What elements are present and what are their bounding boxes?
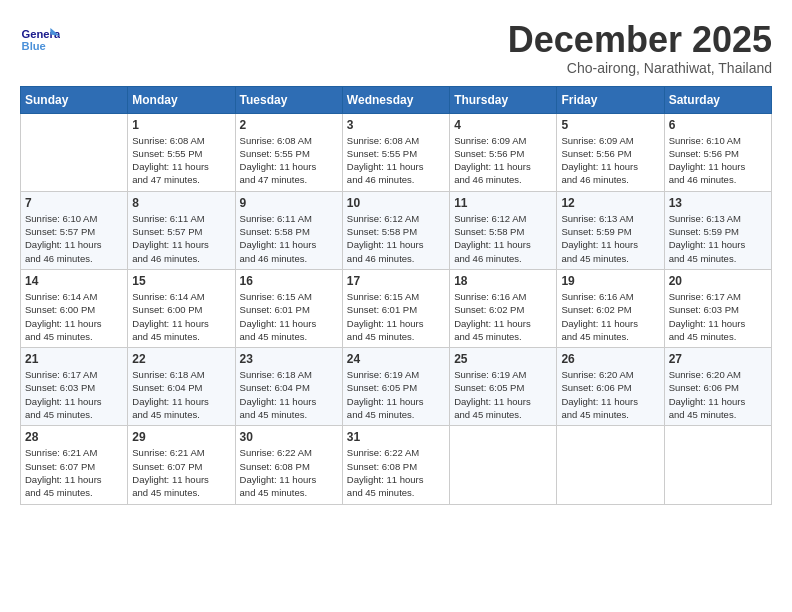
calendar-cell: 16Sunrise: 6:15 AM Sunset: 6:01 PM Dayli… xyxy=(235,269,342,347)
calendar-cell: 25Sunrise: 6:19 AM Sunset: 6:05 PM Dayli… xyxy=(450,348,557,426)
day-info: Sunrise: 6:08 AM Sunset: 5:55 PM Dayligh… xyxy=(132,134,230,187)
calendar-cell: 7Sunrise: 6:10 AM Sunset: 5:57 PM Daylig… xyxy=(21,191,128,269)
day-info: Sunrise: 6:08 AM Sunset: 5:55 PM Dayligh… xyxy=(347,134,445,187)
calendar-cell: 17Sunrise: 6:15 AM Sunset: 6:01 PM Dayli… xyxy=(342,269,449,347)
day-number: 1 xyxy=(132,118,230,132)
calendar-cell xyxy=(664,426,771,504)
day-info: Sunrise: 6:13 AM Sunset: 5:59 PM Dayligh… xyxy=(669,212,767,265)
weekday-header-monday: Monday xyxy=(128,86,235,113)
calendar-cell: 12Sunrise: 6:13 AM Sunset: 5:59 PM Dayli… xyxy=(557,191,664,269)
calendar-cell: 8Sunrise: 6:11 AM Sunset: 5:57 PM Daylig… xyxy=(128,191,235,269)
calendar-cell: 1Sunrise: 6:08 AM Sunset: 5:55 PM Daylig… xyxy=(128,113,235,191)
calendar-cell: 9Sunrise: 6:11 AM Sunset: 5:58 PM Daylig… xyxy=(235,191,342,269)
day-info: Sunrise: 6:10 AM Sunset: 5:57 PM Dayligh… xyxy=(25,212,123,265)
day-info: Sunrise: 6:14 AM Sunset: 6:00 PM Dayligh… xyxy=(25,290,123,343)
day-number: 31 xyxy=(347,430,445,444)
day-info: Sunrise: 6:19 AM Sunset: 6:05 PM Dayligh… xyxy=(347,368,445,421)
day-number: 6 xyxy=(669,118,767,132)
day-number: 13 xyxy=(669,196,767,210)
day-info: Sunrise: 6:12 AM Sunset: 5:58 PM Dayligh… xyxy=(454,212,552,265)
day-number: 14 xyxy=(25,274,123,288)
day-info: Sunrise: 6:11 AM Sunset: 5:58 PM Dayligh… xyxy=(240,212,338,265)
day-number: 20 xyxy=(669,274,767,288)
calendar-week-1: 1Sunrise: 6:08 AM Sunset: 5:55 PM Daylig… xyxy=(21,113,772,191)
calendar-cell: 6Sunrise: 6:10 AM Sunset: 5:56 PM Daylig… xyxy=(664,113,771,191)
calendar-cell: 2Sunrise: 6:08 AM Sunset: 5:55 PM Daylig… xyxy=(235,113,342,191)
calendar-cell: 11Sunrise: 6:12 AM Sunset: 5:58 PM Dayli… xyxy=(450,191,557,269)
day-info: Sunrise: 6:18 AM Sunset: 6:04 PM Dayligh… xyxy=(132,368,230,421)
day-info: Sunrise: 6:20 AM Sunset: 6:06 PM Dayligh… xyxy=(669,368,767,421)
day-info: Sunrise: 6:22 AM Sunset: 6:08 PM Dayligh… xyxy=(347,446,445,499)
calendar-cell: 3Sunrise: 6:08 AM Sunset: 5:55 PM Daylig… xyxy=(342,113,449,191)
calendar-cell: 30Sunrise: 6:22 AM Sunset: 6:08 PM Dayli… xyxy=(235,426,342,504)
calendar-cell xyxy=(557,426,664,504)
day-info: Sunrise: 6:17 AM Sunset: 6:03 PM Dayligh… xyxy=(669,290,767,343)
day-number: 4 xyxy=(454,118,552,132)
calendar-cell: 28Sunrise: 6:21 AM Sunset: 6:07 PM Dayli… xyxy=(21,426,128,504)
day-info: Sunrise: 6:14 AM Sunset: 6:00 PM Dayligh… xyxy=(132,290,230,343)
month-title: December 2025 xyxy=(508,20,772,60)
calendar-cell: 22Sunrise: 6:18 AM Sunset: 6:04 PM Dayli… xyxy=(128,348,235,426)
weekday-header-sunday: Sunday xyxy=(21,86,128,113)
day-number: 27 xyxy=(669,352,767,366)
location-subtitle: Cho-airong, Narathiwat, Thailand xyxy=(508,60,772,76)
calendar-table: SundayMondayTuesdayWednesdayThursdayFrid… xyxy=(20,86,772,505)
calendar-cell xyxy=(21,113,128,191)
weekday-header-saturday: Saturday xyxy=(664,86,771,113)
day-number: 28 xyxy=(25,430,123,444)
calendar-cell: 4Sunrise: 6:09 AM Sunset: 5:56 PM Daylig… xyxy=(450,113,557,191)
day-number: 5 xyxy=(561,118,659,132)
calendar-cell: 10Sunrise: 6:12 AM Sunset: 5:58 PM Dayli… xyxy=(342,191,449,269)
day-info: Sunrise: 6:11 AM Sunset: 5:57 PM Dayligh… xyxy=(132,212,230,265)
day-info: Sunrise: 6:19 AM Sunset: 6:05 PM Dayligh… xyxy=(454,368,552,421)
logo-icon: General Blue xyxy=(20,20,60,60)
day-number: 16 xyxy=(240,274,338,288)
weekday-header-row: SundayMondayTuesdayWednesdayThursdayFrid… xyxy=(21,86,772,113)
day-number: 12 xyxy=(561,196,659,210)
calendar-week-5: 28Sunrise: 6:21 AM Sunset: 6:07 PM Dayli… xyxy=(21,426,772,504)
weekday-header-friday: Friday xyxy=(557,86,664,113)
day-number: 26 xyxy=(561,352,659,366)
day-info: Sunrise: 6:09 AM Sunset: 5:56 PM Dayligh… xyxy=(561,134,659,187)
day-number: 19 xyxy=(561,274,659,288)
day-info: Sunrise: 6:21 AM Sunset: 6:07 PM Dayligh… xyxy=(25,446,123,499)
calendar-cell: 14Sunrise: 6:14 AM Sunset: 6:00 PM Dayli… xyxy=(21,269,128,347)
weekday-header-wednesday: Wednesday xyxy=(342,86,449,113)
calendar-cell: 13Sunrise: 6:13 AM Sunset: 5:59 PM Dayli… xyxy=(664,191,771,269)
calendar-week-2: 7Sunrise: 6:10 AM Sunset: 5:57 PM Daylig… xyxy=(21,191,772,269)
title-block: December 2025 Cho-airong, Narathiwat, Th… xyxy=(508,20,772,76)
day-number: 15 xyxy=(132,274,230,288)
calendar-cell: 15Sunrise: 6:14 AM Sunset: 6:00 PM Dayli… xyxy=(128,269,235,347)
day-info: Sunrise: 6:16 AM Sunset: 6:02 PM Dayligh… xyxy=(561,290,659,343)
svg-text:Blue: Blue xyxy=(22,40,46,52)
day-info: Sunrise: 6:20 AM Sunset: 6:06 PM Dayligh… xyxy=(561,368,659,421)
day-number: 10 xyxy=(347,196,445,210)
day-info: Sunrise: 6:21 AM Sunset: 6:07 PM Dayligh… xyxy=(132,446,230,499)
calendar-cell: 26Sunrise: 6:20 AM Sunset: 6:06 PM Dayli… xyxy=(557,348,664,426)
day-info: Sunrise: 6:22 AM Sunset: 6:08 PM Dayligh… xyxy=(240,446,338,499)
day-number: 8 xyxy=(132,196,230,210)
calendar-cell: 31Sunrise: 6:22 AM Sunset: 6:08 PM Dayli… xyxy=(342,426,449,504)
day-number: 30 xyxy=(240,430,338,444)
day-number: 17 xyxy=(347,274,445,288)
calendar-cell: 29Sunrise: 6:21 AM Sunset: 6:07 PM Dayli… xyxy=(128,426,235,504)
day-number: 21 xyxy=(25,352,123,366)
day-info: Sunrise: 6:17 AM Sunset: 6:03 PM Dayligh… xyxy=(25,368,123,421)
weekday-header-tuesday: Tuesday xyxy=(235,86,342,113)
day-number: 18 xyxy=(454,274,552,288)
day-number: 3 xyxy=(347,118,445,132)
day-number: 23 xyxy=(240,352,338,366)
calendar-cell: 27Sunrise: 6:20 AM Sunset: 6:06 PM Dayli… xyxy=(664,348,771,426)
calendar-cell: 20Sunrise: 6:17 AM Sunset: 6:03 PM Dayli… xyxy=(664,269,771,347)
calendar-cell: 5Sunrise: 6:09 AM Sunset: 5:56 PM Daylig… xyxy=(557,113,664,191)
day-info: Sunrise: 6:12 AM Sunset: 5:58 PM Dayligh… xyxy=(347,212,445,265)
day-info: Sunrise: 6:08 AM Sunset: 5:55 PM Dayligh… xyxy=(240,134,338,187)
day-info: Sunrise: 6:15 AM Sunset: 6:01 PM Dayligh… xyxy=(347,290,445,343)
calendar-cell xyxy=(450,426,557,504)
day-number: 24 xyxy=(347,352,445,366)
day-number: 25 xyxy=(454,352,552,366)
day-number: 22 xyxy=(132,352,230,366)
calendar-cell: 18Sunrise: 6:16 AM Sunset: 6:02 PM Dayli… xyxy=(450,269,557,347)
day-info: Sunrise: 6:15 AM Sunset: 6:01 PM Dayligh… xyxy=(240,290,338,343)
day-number: 11 xyxy=(454,196,552,210)
